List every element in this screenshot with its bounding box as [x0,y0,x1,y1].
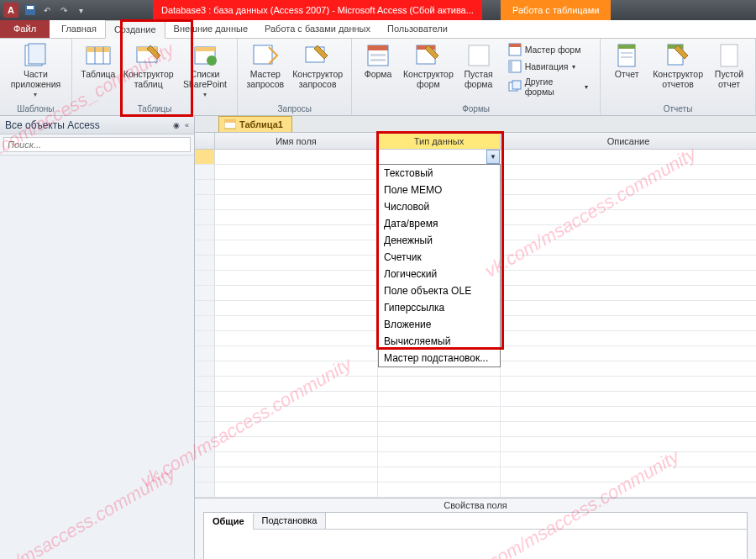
prop-tab-general[interactable]: Общие [204,514,254,530]
row-selector[interactable] [195,331,215,345]
prop-tab-lookup[interactable]: Подстановка [254,513,327,529]
row-selector[interactable] [195,225,215,240]
cell-field-name[interactable] [215,180,378,194]
cell-field-name[interactable] [215,286,378,300]
datatype-option[interactable]: Текстовый [379,165,500,182]
row-selector[interactable] [195,180,215,194]
cell-description[interactable] [501,225,756,240]
cell-description[interactable] [501,483,756,497]
cell-field-name[interactable] [215,210,378,224]
cell-field-name[interactable] [215,271,378,285]
row-selector[interactable] [195,316,215,330]
cell-description[interactable] [501,165,756,179]
btn-sharepoint[interactable]: СпискиSharePoint ▾ [178,40,233,101]
search-input[interactable] [3,137,191,152]
datatype-option[interactable]: Гиперссылка [379,299,500,316]
cell-data-type[interactable] [378,437,501,451]
table-row[interactable] [195,437,756,452]
cell-data-type[interactable] [378,377,501,391]
btn-query-design[interactable]: Конструкторзапросов [289,40,346,91]
cell-field-name[interactable] [215,195,378,209]
cell-description[interactable] [501,392,756,406]
cell-field-name[interactable] [215,150,378,164]
datatype-option[interactable]: Счетчик [379,249,500,266]
datatype-option[interactable]: Мастер подстановок... [379,350,500,367]
cell-field-name[interactable] [215,483,378,497]
cell-field-name[interactable] [215,301,378,315]
nav-header[interactable]: Все объекты Access ◉ « [0,116,194,134]
cell-data-type[interactable] [378,467,501,482]
row-selector[interactable] [195,392,215,406]
cell-field-name[interactable] [215,256,378,270]
datatype-option[interactable]: Дата/время [379,215,500,232]
btn-report[interactable]: Отчет [606,40,648,91]
row-selector[interactable] [195,165,215,179]
table-row[interactable] [195,422,756,437]
cell-description[interactable] [501,361,756,376]
col-header-type[interactable]: Тип данных [378,133,501,149]
datatype-option[interactable]: Вложение [379,316,500,333]
table-row[interactable] [195,467,756,483]
tab-create[interactable]: Создание [105,20,165,39]
cell-field-name[interactable] [215,316,378,330]
row-selector[interactable] [195,407,215,421]
cell-field-name[interactable] [215,392,378,406]
cell-field-name[interactable] [215,346,378,361]
cell-description[interactable] [501,240,756,255]
tab-home[interactable]: Главная [53,19,105,38]
btn-app-parts[interactable]: Частиприложения ▾ [5,40,66,101]
btn-query-wizard[interactable]: Мастерзапросов [243,40,287,91]
cell-description[interactable] [501,346,756,361]
cell-field-name[interactable] [215,437,378,451]
table-row[interactable] [195,483,756,498]
cell-field-name[interactable] [215,225,378,240]
cell-description[interactable] [501,150,756,164]
row-selector[interactable] [195,301,215,315]
table-row[interactable] [195,407,756,422]
cell-data-type[interactable] [378,392,501,406]
row-selector[interactable] [195,240,215,255]
row-selector[interactable] [195,210,215,224]
cell-data-type[interactable]: ▼ [378,150,501,164]
nav-filter-icon[interactable]: ◉ [173,121,180,129]
cell-description[interactable] [501,331,756,345]
btn-navigation[interactable]: Навигация ▾ [505,59,591,74]
tab-external[interactable]: Внешние данные [165,19,256,38]
btn-blank-form[interactable]: Пустаяформа [458,40,500,99]
datatype-dropdown-button[interactable]: ▼ [486,150,500,164]
row-selector[interactable] [195,377,215,391]
doc-tab-table1[interactable]: Таблица1 [218,116,292,132]
table-row[interactable] [195,452,756,467]
app-icon[interactable]: A [3,3,18,18]
table-row[interactable] [195,392,756,407]
row-selector[interactable] [195,271,215,285]
cell-description[interactable] [501,271,756,285]
cell-description[interactable] [501,301,756,315]
cell-data-type[interactable] [378,407,501,421]
cell-description[interactable] [501,256,756,270]
row-selector[interactable] [195,256,215,270]
row-selector[interactable] [195,437,215,451]
cell-description[interactable] [501,437,756,451]
row-selector[interactable] [195,361,215,376]
btn-report-design[interactable]: Конструкторотчетов [649,40,706,91]
cell-description[interactable] [501,452,756,467]
cell-field-name[interactable] [215,377,378,391]
cell-field-name[interactable] [215,240,378,255]
cell-description[interactable] [501,195,756,209]
qat-save-icon[interactable] [23,3,38,18]
cell-field-name[interactable] [215,165,378,179]
datatype-dropdown-list[interactable]: ТекстовыйПоле МЕМОЧисловойДата/времяДене… [378,164,501,367]
cell-data-type[interactable] [378,483,501,497]
row-selector-header[interactable] [195,133,215,149]
datatype-option[interactable]: Вычисляемый [379,333,500,350]
tab-design[interactable]: Конструктор [475,19,544,38]
row-selector[interactable] [195,483,215,497]
chevron-down-icon[interactable]: « [185,121,189,129]
row-selector[interactable] [195,467,215,482]
table-row[interactable] [195,377,756,392]
row-selector[interactable] [195,286,215,300]
cell-description[interactable] [501,210,756,224]
row-selector[interactable] [195,346,215,361]
btn-table-design[interactable]: Конструктортаблиц [121,40,176,101]
